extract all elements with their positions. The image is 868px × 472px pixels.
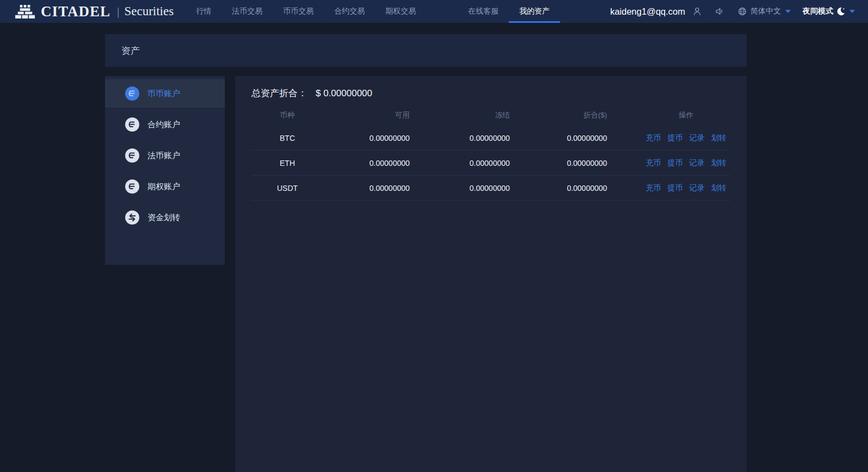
user-icon[interactable] — [692, 6, 703, 17]
sidebar-item-label: 资金划转 — [147, 213, 180, 223]
coin-account-icon — [125, 86, 140, 101]
converted-cell: 0.00000000 — [520, 184, 620, 192]
page-title: 资产 — [121, 45, 140, 57]
total-assets: 总资产折合： $ 0.00000000 — [251, 87, 730, 100]
action-records-link[interactable]: 记录 — [690, 183, 705, 193]
column-header-4: 操作 — [620, 110, 730, 120]
assets-panel: 总资产折合： $ 0.00000000 币种可用冻结折合($)操作 BTC0.0… — [235, 76, 747, 472]
moon-icon — [836, 7, 846, 16]
total-assets-label: 总资产折合： — [251, 87, 307, 100]
actions-cell: 充币提币记录划转 — [620, 183, 730, 193]
converted-cell: 0.00000000 — [520, 159, 620, 167]
sidebar-item-2[interactable]: 法币账户 — [105, 141, 225, 170]
brand-name: CITADEL — [41, 3, 110, 20]
asset-row: USDT0.000000000.000000000.00000000充币提币记录… — [251, 176, 730, 201]
theme-toggle[interactable]: 夜间模式 — [803, 7, 855, 16]
action-withdraw-link[interactable]: 提币 — [668, 158, 683, 168]
asset-row: ETH0.000000000.000000000.00000000充币提币记录划… — [251, 151, 730, 176]
content-row: 币币账户合约账户法币账户期权账户资金划转 总资产折合： $ 0.00000000… — [105, 76, 747, 472]
page-wrapper: 资产 币币账户合约账户法币账户期权账户资金划转 总资产折合： $ 0.00000… — [105, 34, 747, 472]
sidebar-item-label: 币币账户 — [147, 89, 180, 99]
speaker-icon[interactable] — [715, 6, 725, 17]
available-cell: 0.00000000 — [323, 134, 424, 142]
action-withdraw-link[interactable]: 提币 — [668, 183, 683, 193]
sidebar-item-3[interactable]: 期权账户 — [105, 172, 225, 201]
actions-cell: 充币提币记录划转 — [620, 133, 730, 143]
sidebar-item-0[interactable]: 币币账户 — [105, 79, 225, 108]
assets-table: 币种可用冻结折合($)操作 BTC0.000000000.000000000.0… — [251, 105, 730, 201]
action-deposit-link[interactable]: 充币 — [646, 183, 661, 193]
coin-account-icon — [125, 179, 140, 194]
action-deposit-link[interactable]: 充币 — [646, 133, 661, 143]
citadel-logo-icon — [15, 5, 35, 18]
nav-item-2[interactable]: 币币交易 — [273, 0, 324, 23]
brand-divider: | — [117, 4, 119, 18]
converted-cell: 0.00000000 — [520, 134, 620, 142]
chevron-down-icon — [785, 10, 791, 13]
sidebar-item-label: 合约账户 — [147, 120, 180, 130]
chevron-down-icon — [849, 10, 855, 13]
nav-item-3[interactable]: 合约交易 — [324, 0, 375, 23]
transfer-icon — [125, 210, 140, 225]
action-transfer-link[interactable]: 划转 — [711, 183, 727, 193]
sidebar: 币币账户合约账户法币账户期权账户资金划转 — [105, 76, 225, 265]
globe-icon — [737, 7, 747, 16]
brand-suffix: Securities — [124, 4, 174, 18]
action-records-link[interactable]: 记录 — [690, 158, 705, 168]
action-records-link[interactable]: 记录 — [690, 133, 705, 143]
language-selector[interactable]: 简体中文 — [737, 7, 791, 16]
brand[interactable]: CITADEL | Securities — [15, 3, 174, 20]
total-assets-value: $ 0.00000000 — [316, 88, 372, 99]
column-header-0: 币种 — [251, 110, 323, 120]
action-transfer-link[interactable]: 划转 — [711, 158, 727, 168]
sidebar-item-1[interactable]: 合约账户 — [105, 110, 225, 139]
asset-row: BTC0.000000000.000000000.00000000充币提币记录划… — [251, 126, 730, 151]
nav-item-0[interactable]: 行情 — [186, 0, 221, 23]
top-navbar: CITADEL | Securities 行情法币交易币币交易合约交易期权交易在… — [0, 0, 868, 23]
coin-cell: USDT — [251, 184, 323, 192]
theme-label: 夜间模式 — [803, 7, 833, 16]
coin-account-icon — [125, 148, 140, 163]
navbar-right: kaideng1@qq.com 简体中文 夜间模式 — [610, 6, 855, 17]
action-transfer-link[interactable]: 划转 — [711, 133, 727, 143]
column-header-3: 折合($) — [520, 110, 620, 120]
column-header-1: 可用 — [323, 110, 424, 120]
frozen-cell: 0.00000000 — [424, 134, 520, 142]
sidebar-item-label: 法币账户 — [147, 151, 180, 161]
coin-cell: BTC — [251, 134, 323, 142]
coin-cell: ETH — [251, 159, 323, 167]
action-deposit-link[interactable]: 充币 — [646, 158, 661, 168]
table-body: BTC0.000000000.000000000.00000000充币提币记录划… — [251, 126, 730, 201]
nav-item-4[interactable]: 期权交易 — [375, 0, 426, 23]
nav-item-1[interactable]: 法币交易 — [221, 0, 273, 23]
frozen-cell: 0.00000000 — [424, 159, 520, 167]
available-cell: 0.00000000 — [323, 159, 424, 167]
coin-account-icon — [125, 117, 140, 132]
language-label: 简体中文 — [750, 7, 781, 16]
user-email[interactable]: kaideng1@qq.com — [610, 7, 685, 17]
nav-item-5[interactable]: 在线客服 — [458, 0, 509, 23]
available-cell: 0.00000000 — [323, 184, 424, 192]
column-header-2: 冻结 — [424, 110, 520, 120]
primary-nav: 行情法币交易币币交易合约交易期权交易在线客服我的资产 — [186, 0, 560, 23]
sidebar-item-label: 期权账户 — [147, 182, 180, 192]
sidebar-item-4[interactable]: 资金划转 — [105, 203, 225, 232]
frozen-cell: 0.00000000 — [424, 184, 520, 192]
nav-item-6[interactable]: 我的资产 — [509, 0, 560, 23]
action-withdraw-link[interactable]: 提币 — [668, 133, 683, 143]
actions-cell: 充币提币记录划转 — [620, 158, 730, 168]
table-header-row: 币种可用冻结折合($)操作 — [251, 105, 730, 126]
page-header: 资产 — [105, 34, 747, 67]
